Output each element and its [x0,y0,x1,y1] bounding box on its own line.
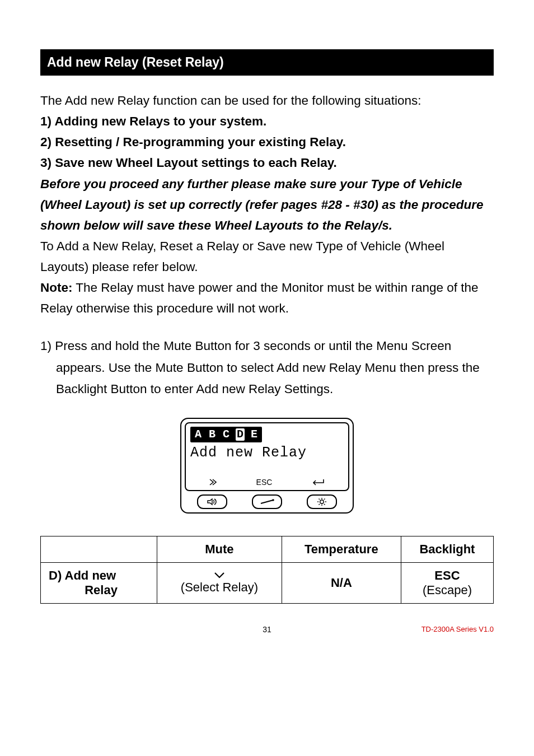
lcd-tabs: A B C D E [190,427,262,442]
section-header: Add new Relay (Reset Relay) [40,49,494,76]
situation-2: 2) Resetting / Re-programming your exist… [40,132,494,152]
svg-line-8 [324,499,325,500]
step-1: 1) Press and hold the Mute Button for 3 … [40,335,494,400]
cell-temperature: N/A [282,563,401,604]
cell-mute: (Select Relay) [157,563,282,604]
cell-backlight: ESC (Escape) [401,563,493,604]
situation-3: 3) Save new Wheel Layout settings to eac… [40,152,494,173]
body-text: The Add new Relay function can be used f… [40,90,494,319]
th-blank [41,536,157,563]
table-row: D) Add new Relay (Select Relay) N/A ESC … [41,563,494,604]
mute-button-icon [197,494,227,509]
lcd-device: A B C D E Add new Relay ESC [180,418,354,514]
lcd-tab-d: D [236,428,245,441]
note-label: Note: [40,281,73,295]
svg-point-0 [272,499,274,501]
lcd-tab-c: C [222,428,231,441]
after-warning: To Add a New Relay, Reset a Relay or Sav… [40,236,494,277]
chevron-down-icon [161,571,278,579]
lcd-illustration: A B C D E Add new Relay ESC [40,418,494,514]
hardware-buttons [185,494,349,509]
lcd-hints: ESC [190,478,344,489]
lcd-hint-esc: ESC [256,478,273,487]
warning-paragraph: Before you proceed any further please ma… [40,174,494,236]
page-footer: 31 TD-2300A Series V1.0 [40,625,494,634]
enter-icon [310,478,325,486]
step-1-start: 1) Press and hold the Mute Button for 3 … [40,339,451,353]
backlight-button-icon [307,494,337,509]
situation-1: 1) Adding new Relays to your system. [40,111,494,132]
lcd-tab-b: B [208,428,217,441]
step-1-continued: appears. Use the Mute Button to select A… [56,357,494,400]
note-paragraph: Note: The Relay must have power and the … [40,277,494,319]
forward-icon [209,478,218,486]
th-temperature: Temperature [282,536,401,563]
lcd-tab-e: E [250,428,259,441]
th-backlight: Backlight [401,536,493,563]
svg-line-6 [319,499,320,500]
lcd-screen: A B C D E Add new Relay ESC [185,422,349,491]
lcd-title: Add new Relay [190,445,344,461]
cell-rowlabel: D) Add new Relay [41,563,157,604]
doc-version: TD-2300A Series V1.0 [421,625,494,633]
svg-line-9 [319,504,320,505]
note-body: The Relay must have power and the Monito… [40,281,478,315]
function-table: Mute Temperature Backlight D) Add new Re… [40,536,494,604]
table-header-row: Mute Temperature Backlight [41,536,494,563]
svg-line-7 [324,504,325,505]
svg-point-1 [320,500,324,503]
temperature-button-icon [252,494,282,509]
lcd-tab-a: A [194,428,203,441]
th-mute: Mute [157,536,282,563]
intro-line: The Add new Relay function can be used f… [40,90,494,111]
page-number: 31 [263,625,271,634]
